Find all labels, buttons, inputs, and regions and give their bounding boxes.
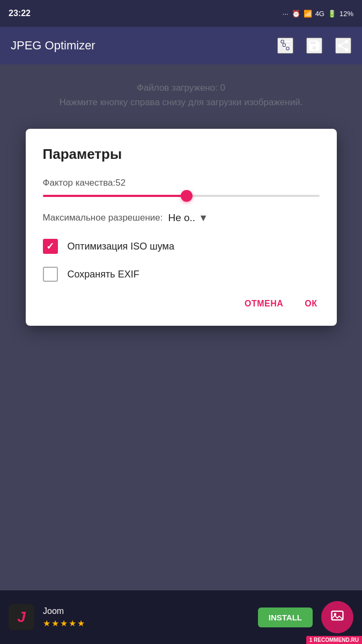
top-bar: JPEG Optimizer — [0, 27, 362, 64]
quality-label: Фактор качества:52 — [43, 178, 320, 188]
ad-bar: J Joom ★★★★★ INSTALL 1 RECOMMEND.RU — [0, 590, 362, 644]
signal-icon: 📶 — [304, 10, 312, 18]
iso-noise-label: Оптимизация ISO шума — [68, 241, 175, 252]
quality-slider-container[interactable] — [43, 195, 320, 197]
image-upload-icon — [330, 608, 345, 626]
share-button[interactable] — [335, 38, 351, 54]
status-icons: ··· ⏰ 📶 4G 🔋 12% — [283, 10, 353, 18]
ad-app-logo: J — [9, 604, 34, 630]
ad-stars: ★★★★★ — [43, 618, 249, 628]
battery-icon: 🔋 — [328, 10, 336, 18]
top-bar-actions — [277, 38, 351, 54]
filter-button[interactable] — [277, 38, 293, 54]
battery-percent: 12% — [339, 10, 353, 18]
exif-label: Сохранять EXIF — [68, 269, 139, 280]
dropdown-arrow-icon: ▼ — [198, 213, 208, 224]
cancel-button[interactable]: ОТМЕНА — [242, 295, 285, 313]
svg-point-7 — [334, 613, 337, 616]
slider-track — [43, 195, 320, 197]
save-button[interactable] — [306, 38, 322, 54]
exif-row: ✓ Сохранять EXIF — [43, 267, 320, 282]
dialog-buttons: ОТМЕНА ОК — [43, 295, 320, 313]
iso-noise-row: ✓ Оптимизация ISO шума — [43, 239, 320, 254]
alarm-icon: ⏰ — [292, 10, 300, 18]
resolution-row: Максимальное разрешение: Не о.. ▼ — [43, 212, 320, 224]
iso-noise-checkbox[interactable]: ✓ — [43, 239, 58, 254]
ad-app-name: Joom — [43, 606, 249, 616]
recommend-badge: 1 RECOMMEND.RU — [306, 636, 362, 644]
exif-checkbox[interactable]: ✓ — [43, 267, 58, 282]
carrier-label: 4G — [315, 10, 324, 18]
app-title: JPEG Optimizer — [11, 39, 95, 53]
status-bar: 23:22 ··· ⏰ 📶 4G 🔋 12% — [0, 0, 362, 27]
ad-info: Joom ★★★★★ — [43, 606, 249, 628]
dialog-title: Параметры — [43, 146, 320, 163]
dots-icon: ··· — [283, 10, 289, 18]
slider-fill — [43, 195, 187, 197]
ad-logo-letter: J — [17, 609, 26, 626]
dialog-overlay: Параметры Фактор качества:52 Максимально… — [0, 64, 362, 590]
ok-button[interactable]: ОК — [302, 295, 319, 313]
resolution-label: Максимальное разрешение: — [43, 213, 163, 223]
install-button[interactable]: INSTALL — [258, 608, 313, 627]
resolution-value: Не о.. — [168, 212, 195, 224]
svg-point-5 — [286, 47, 289, 50]
fab-button[interactable] — [321, 601, 353, 633]
checkmark-icon: ✓ — [46, 241, 54, 251]
settings-dialog: Параметры Фактор качества:52 Максимально… — [26, 129, 337, 326]
resolution-dropdown[interactable]: Не о.. ▼ — [168, 212, 208, 224]
svg-point-3 — [281, 40, 284, 43]
status-time: 23:22 — [9, 9, 31, 18]
svg-point-4 — [283, 43, 285, 46]
slider-thumb[interactable] — [181, 190, 193, 202]
